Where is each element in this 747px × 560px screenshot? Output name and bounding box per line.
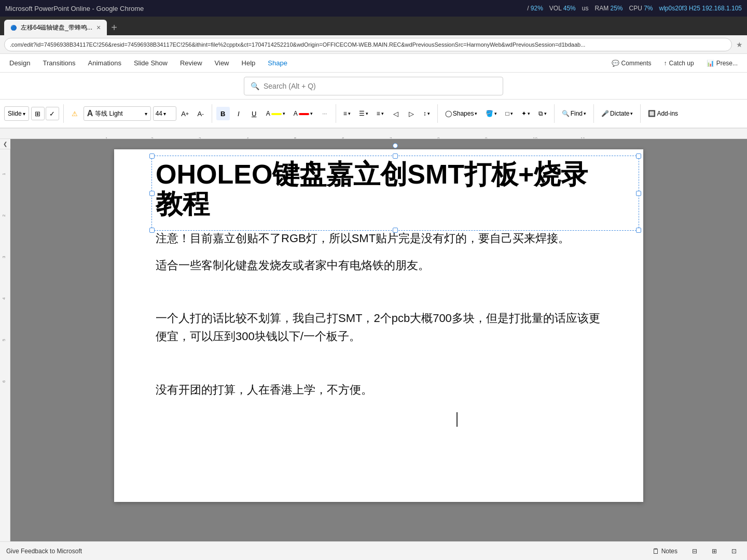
main-area: ❮ 1 2 3 4 5 6 OH xyxy=(0,139,747,541)
search-input[interactable] xyxy=(264,82,496,90)
shapes-dropdown[interactable]: ▾ xyxy=(475,111,477,116)
layout-button[interactable]: ⊞ xyxy=(31,107,45,120)
font-size-increase[interactable]: A+ xyxy=(178,107,192,120)
highlight-button[interactable]: A ▾ xyxy=(263,108,288,119)
outline-button[interactable]: □ ▾ xyxy=(502,108,516,119)
menu-shape[interactable]: Shape xyxy=(262,57,293,69)
find-button[interactable]: 🔍 Find ▾ xyxy=(559,108,589,119)
font-color-icon: A xyxy=(294,110,298,117)
menu-animations[interactable]: Animations xyxy=(83,57,127,69)
outline-icon: □ xyxy=(505,110,509,117)
feedback-link[interactable]: Give Feedback to Microsoft xyxy=(6,548,82,555)
menu-slideshow[interactable]: Slide Show xyxy=(129,57,173,69)
line-spacing-button[interactable]: ↕ ▾ xyxy=(420,108,433,119)
new-tab-button[interactable]: + xyxy=(107,20,121,35)
active-tab[interactable]: 🔵 左移64磁轴键盘_带蜂鸣... × xyxy=(4,20,107,35)
font-icon: A xyxy=(87,109,93,118)
align-dropdown[interactable]: ▾ xyxy=(381,111,384,116)
menu-help[interactable]: Help xyxy=(237,57,261,69)
addins-button[interactable]: 🔲 Add-ins xyxy=(645,108,681,119)
font-size-decrease[interactable]: A- xyxy=(194,107,208,120)
effects-dropdown[interactable]: ▾ xyxy=(528,111,530,116)
divider-6 xyxy=(593,104,594,123)
fill-dropdown[interactable]: ▾ xyxy=(494,111,497,116)
bullet-list-button[interactable]: ≡ ▾ xyxy=(340,108,354,119)
search-box[interactable]: 🔍 xyxy=(244,77,503,95)
font-color-button[interactable]: A ▾ xyxy=(290,108,316,119)
rotate-handle[interactable] xyxy=(393,143,398,148)
dictate-button[interactable]: 🎤 Dictate ▾ xyxy=(598,108,636,119)
effects-button[interactable]: ✦ ▾ xyxy=(518,108,533,119)
svg-text:6: 6 xyxy=(342,136,344,139)
highlight-icon: A xyxy=(266,110,270,117)
tab-close-button[interactable]: × xyxy=(96,23,101,32)
catchup-button[interactable]: ↑ Catch up xyxy=(659,58,699,69)
comments-button[interactable]: 💬 Comments xyxy=(606,58,657,69)
bookmark-star[interactable]: ★ xyxy=(736,40,743,49)
bold-button[interactable]: B xyxy=(216,107,230,120)
title-bar-title: Microsoft PowerPoint Online - Google Chr… xyxy=(5,5,144,12)
handle-top-left[interactable] xyxy=(149,153,155,159)
font-color-dropdown[interactable]: ▾ xyxy=(310,111,313,116)
menu-view[interactable]: View xyxy=(210,57,234,69)
title-selection-box[interactable] xyxy=(151,156,639,231)
handle-middle-left[interactable] xyxy=(149,191,155,196)
arrange-dropdown[interactable]: ▾ xyxy=(544,111,547,116)
catchup-label: Catch up xyxy=(669,60,694,67)
collapse-panel-button[interactable]: ❮ xyxy=(0,139,10,149)
handle-top-center[interactable] xyxy=(393,153,398,159)
addins-label: Add-ins xyxy=(657,110,678,117)
numbered-list-button[interactable]: ☰ ▾ xyxy=(356,108,371,119)
slide-paragraph-5 xyxy=(156,354,602,372)
slide-selector[interactable]: Slide ▾ xyxy=(4,106,29,121)
find-icon: 🔍 xyxy=(562,110,570,117)
menu-right-actions: 💬 Comments ↑ Catch up 📊 Prese... xyxy=(606,58,747,69)
highlight-dropdown[interactable]: ▾ xyxy=(283,111,285,116)
italic-button[interactable]: I xyxy=(232,107,245,120)
font-warning-icon: ⚠ xyxy=(68,107,81,120)
dictate-dropdown[interactable]: ▾ xyxy=(630,111,633,116)
title-bar: Microsoft PowerPoint Online - Google Chr… xyxy=(0,0,747,17)
menu-transitions[interactable]: Transitions xyxy=(37,57,80,69)
handle-top-right[interactable] xyxy=(636,153,641,159)
indent-increase[interactable]: ▷ xyxy=(405,107,418,120)
handle-bottom-right[interactable] xyxy=(636,228,641,233)
slide-area[interactable]: OHOLEO键盘嘉立创SMT打板+烧录教程 注意！目前嘉立创贴不了RGB灯，所以… xyxy=(10,139,747,541)
present-button[interactable]: 📊 Prese... xyxy=(701,58,743,69)
slide-paragraph-1: 注意！目前嘉立创贴不了RGB灯，所以SMT贴片完是没有灯的，要自己买来焊接。 xyxy=(156,229,602,247)
normal-view-button[interactable]: ⊟ xyxy=(688,546,701,556)
handle-middle-right[interactable] xyxy=(636,191,641,196)
search-bar-row: 🔍 xyxy=(0,73,747,100)
underline-button[interactable]: U xyxy=(247,107,261,120)
numbered-list-dropdown[interactable]: ▾ xyxy=(366,111,368,116)
arrange-button[interactable]: ⧉ ▾ xyxy=(535,108,550,119)
reset-button[interactable]: ✓ xyxy=(46,107,59,120)
slide-paragraph-3 xyxy=(156,283,602,301)
indent-decrease[interactable]: ◁ xyxy=(389,107,403,120)
reading-view-button[interactable]: ⊡ xyxy=(727,546,741,556)
slide-sorter-icon: ⊞ xyxy=(712,548,717,555)
font-size-selector[interactable]: 44 ▾ xyxy=(153,106,176,121)
menu-bar: Design Transitions Animations Slide Show… xyxy=(0,54,747,73)
more-format-button[interactable]: ··· xyxy=(318,107,331,120)
svg-text:3: 3 xyxy=(199,136,201,139)
bullet-list-dropdown[interactable]: ▾ xyxy=(348,111,351,116)
font-size-value: 44 xyxy=(156,110,162,117)
shapes-button[interactable]: ◯ Shapes ▾ xyxy=(442,108,481,119)
notes-button[interactable]: 🗒 Notes xyxy=(648,545,682,557)
ribbon-toolbar: Slide ▾ ⊞ ✓ ⚠ A 等线 Light ▾ 44 ▾ A+ A- B … xyxy=(0,100,747,129)
address-input[interactable]: .com/edit?id=74596938B34117EC!256&resid=… xyxy=(4,38,732,51)
align-button[interactable]: ≡ ▾ xyxy=(374,108,387,119)
line-spacing-dropdown[interactable]: ▾ xyxy=(427,111,430,116)
find-dropdown[interactable]: ▾ xyxy=(584,111,586,116)
handle-bottom-left[interactable] xyxy=(149,228,155,233)
font-selector[interactable]: A 等线 Light ▾ xyxy=(84,106,151,121)
slide-body[interactable]: 注意！目前嘉立创贴不了RGB灯，所以SMT贴片完是没有灯的，要自己买来焊接。 适… xyxy=(114,224,643,412)
handle-bottom-center[interactable] xyxy=(393,228,398,233)
align-icon: ≡ xyxy=(377,110,380,117)
fill-button[interactable]: 🪣 ▾ xyxy=(482,108,500,119)
slide-sorter-button[interactable]: ⊞ xyxy=(708,546,721,556)
outline-dropdown[interactable]: ▾ xyxy=(510,111,513,116)
menu-review[interactable]: Review xyxy=(175,57,208,69)
menu-design[interactable]: Design xyxy=(4,57,35,69)
